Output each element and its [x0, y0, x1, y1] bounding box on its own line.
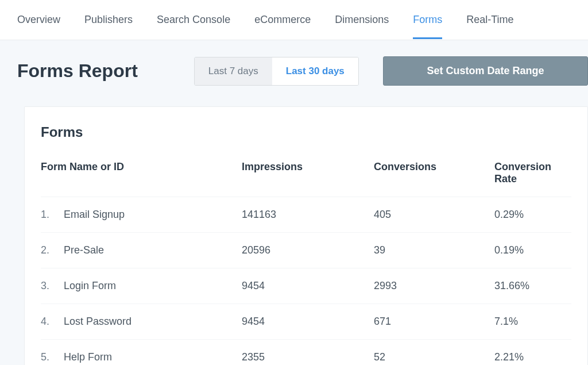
tab-publishers[interactable]: Publishers — [84, 1, 133, 39]
row-rate: 0.19% — [494, 244, 571, 256]
date-range-group: Last 7 days Last 30 days — [194, 57, 359, 86]
tab-dimensions[interactable]: Dimensions — [335, 1, 389, 39]
row-rate: 0.29% — [494, 209, 571, 221]
row-index: 5. — [41, 351, 64, 363]
nav-tabs: Overview Publishers Search Console eComm… — [0, 0, 588, 40]
row-name: Email Signup — [64, 209, 242, 221]
column-header-impressions: Impressions — [242, 161, 374, 185]
row-name: Login Form — [64, 280, 242, 292]
row-index: 1. — [41, 209, 64, 221]
row-impressions: 141163 — [242, 209, 374, 221]
row-rate: 2.21% — [494, 351, 571, 363]
column-header-name: Form Name or ID — [41, 161, 242, 185]
tab-search-console[interactable]: Search Console — [157, 1, 230, 39]
row-conversions: 405 — [374, 209, 494, 221]
table-row: 5. Help Form 2355 52 2.21% — [41, 339, 571, 365]
main-area: Forms Report Last 7 days Last 30 days Se… — [0, 40, 588, 365]
table-header-row: Form Name or ID Impressions Conversions … — [41, 161, 571, 197]
row-conversions: 52 — [374, 351, 494, 363]
row-index: 3. — [41, 280, 64, 292]
row-conversions: 39 — [374, 244, 494, 256]
tab-forms[interactable]: Forms — [413, 1, 442, 39]
row-impressions: 9454 — [242, 316, 374, 328]
row-index: 4. — [41, 316, 64, 328]
row-impressions: 2355 — [242, 351, 374, 363]
date-range-last-7-days[interactable]: Last 7 days — [195, 57, 272, 85]
row-name: Lost Password — [64, 316, 242, 328]
row-conversions: 671 — [374, 316, 494, 328]
row-index: 2. — [41, 244, 64, 256]
row-conversions: 2993 — [374, 280, 494, 292]
set-custom-date-range-button[interactable]: Set Custom Date Range — [383, 56, 588, 86]
page-title: Forms Report — [17, 60, 138, 82]
header-row: Forms Report Last 7 days Last 30 days Se… — [17, 56, 588, 86]
column-header-rate: Conversion Rate — [494, 161, 571, 185]
row-name: Help Form — [64, 351, 242, 363]
row-impressions: 20596 — [242, 244, 374, 256]
forms-card-title: Forms — [41, 124, 571, 140]
row-impressions: 9454 — [242, 280, 374, 292]
tab-real-time[interactable]: Real-Time — [466, 1, 513, 39]
table-row: 1. Email Signup 141163 405 0.29% — [41, 197, 571, 232]
forms-card: Forms Form Name or ID Impressions Conver… — [24, 106, 588, 365]
column-header-conversions: Conversions — [374, 161, 494, 185]
row-name: Pre-Sale — [64, 244, 242, 256]
tab-ecommerce[interactable]: eCommerce — [254, 1, 311, 39]
date-range-last-30-days[interactable]: Last 30 days — [272, 57, 358, 85]
table-row: 3. Login Form 9454 2993 31.66% — [41, 268, 571, 303]
table-row: 4. Lost Password 9454 671 7.1% — [41, 303, 571, 339]
row-rate: 31.66% — [494, 280, 571, 292]
row-rate: 7.1% — [494, 316, 571, 328]
table-row: 2. Pre-Sale 20596 39 0.19% — [41, 232, 571, 268]
tab-overview[interactable]: Overview — [17, 1, 60, 39]
